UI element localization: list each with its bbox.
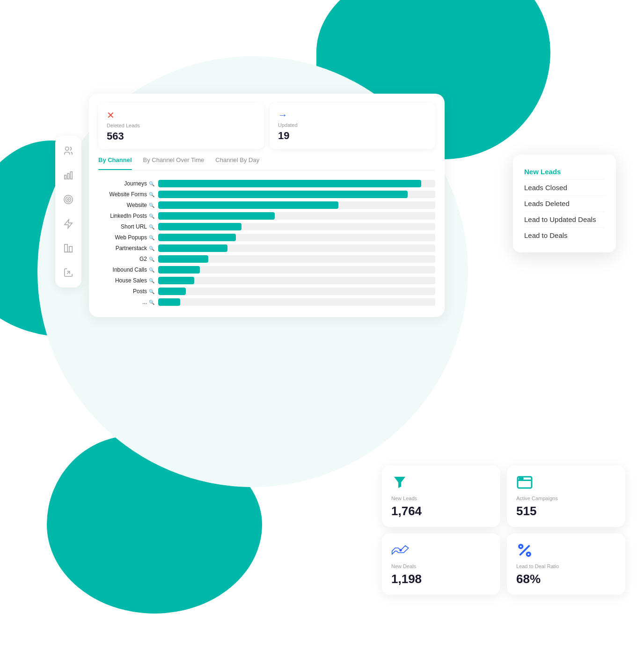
- deleted-leads-value: 563: [107, 130, 256, 142]
- bar-row: House Sales 🔍: [98, 277, 435, 284]
- bar-label: Website 🔍: [98, 202, 154, 208]
- search-icon[interactable]: 🔍: [149, 257, 154, 262]
- bar-chart: Journeys 🔍 Website Forms 🔍 Website 🔍 Lin…: [98, 178, 435, 308]
- bar-fill: [158, 191, 408, 198]
- bottom-stat-card-new-leads: New Leads 1,764: [382, 466, 500, 527]
- svg-rect-2: [67, 173, 69, 179]
- deleted-leads-label: Deleted Leads: [107, 123, 256, 128]
- search-icon[interactable]: 🔍: [149, 181, 154, 186]
- bar-fill: [158, 212, 275, 220]
- sidebar-icon-people[interactable]: [61, 143, 76, 158]
- stat-card-updated: → Updated 19: [270, 103, 435, 149]
- updated-label: Updated: [278, 122, 427, 128]
- tab-by-channel[interactable]: By Channel: [98, 156, 132, 166]
- bar-row: Journeys 🔍: [98, 180, 435, 187]
- bar-fill: [158, 255, 208, 263]
- bar-label-text: House Sales: [115, 277, 147, 284]
- bar-label: House Sales 🔍: [98, 277, 154, 284]
- svg-point-15: [400, 549, 402, 552]
- bar-label: ... 🔍: [98, 299, 154, 305]
- search-icon[interactable]: 🔍: [149, 203, 154, 208]
- bar-row: Web Popups 🔍: [98, 234, 435, 241]
- bar-label-text: ...: [142, 299, 147, 305]
- bottom-stat-card-new-deals: New Deals 1,198: [382, 533, 500, 595]
- sidebar-icon-export[interactable]: [61, 265, 76, 280]
- sidebar-icon-lightning[interactable]: [61, 216, 76, 231]
- bottom-stat-card-active-campaigns: Active Campaigns 515: [507, 466, 625, 527]
- bottom-stat-value-new-deals: 1,198: [391, 572, 491, 586]
- search-icon[interactable]: 🔍: [149, 278, 154, 283]
- svg-point-4: [64, 195, 73, 204]
- svg-rect-1: [65, 175, 66, 179]
- svg-rect-9: [69, 246, 72, 252]
- bar-fill: [158, 180, 421, 187]
- dropdown-item-leads-deleted[interactable]: Leads Deleted: [524, 196, 605, 212]
- bar-row: Posts 🔍: [98, 288, 435, 295]
- search-icon[interactable]: 🔍: [149, 224, 154, 229]
- search-icon[interactable]: 🔍: [149, 235, 154, 240]
- svg-point-17: [519, 545, 523, 548]
- bottom-stat-label-active-campaigns: Active Campaigns: [516, 496, 616, 501]
- top-stat-cards: ✕ Deleted Leads 563 → Updated 19: [98, 103, 435, 149]
- bar-fill: [158, 201, 338, 209]
- bar-label: Web Popups 🔍: [98, 234, 154, 241]
- dropdown-item-lead-to-updated-deals[interactable]: Lead to Updated Deals: [524, 212, 605, 228]
- bar-row: Short URL 🔍: [98, 223, 435, 230]
- svg-rect-3: [71, 172, 73, 179]
- bar-track: [158, 244, 435, 252]
- search-icon[interactable]: 🔍: [149, 300, 154, 305]
- bar-fill: [158, 266, 200, 274]
- bar-track: [158, 180, 435, 187]
- bar-track: [158, 223, 435, 230]
- bar-fill: [158, 288, 186, 295]
- sidebar: [55, 136, 81, 288]
- dropdown-item-lead-to-deals[interactable]: Lead to Deals: [524, 228, 605, 243]
- search-icon[interactable]: 🔍: [149, 267, 154, 273]
- tab-by-channel-over-time[interactable]: By Channel Over Time: [143, 156, 205, 166]
- browser-icon: [516, 474, 616, 491]
- bar-track: [158, 191, 435, 198]
- search-icon[interactable]: 🔍: [149, 289, 154, 294]
- bar-label-text: Website Forms: [110, 191, 147, 198]
- search-icon[interactable]: 🔍: [149, 192, 154, 197]
- bar-label-text: Inbound Calls: [113, 266, 147, 273]
- bar-track: [158, 234, 435, 241]
- search-icon[interactable]: 🔍: [149, 246, 154, 251]
- bar-row: Website Forms 🔍: [98, 191, 435, 198]
- sidebar-icon-building[interactable]: [61, 241, 76, 256]
- percent-icon: [516, 542, 616, 559]
- dropdown-item-leads-closed[interactable]: Leads Closed: [524, 180, 605, 196]
- bar-row: G2 🔍: [98, 255, 435, 263]
- svg-point-6: [67, 199, 69, 200]
- bottom-stat-label-lead-to-deal: Lead to Deal Ratio: [516, 563, 616, 569]
- tab-channel-by-day[interactable]: Channel By Day: [215, 156, 259, 166]
- bottom-stat-value-active-campaigns: 515: [516, 504, 616, 518]
- bar-fill: [158, 234, 236, 241]
- bar-label: Short URL 🔍: [98, 223, 154, 230]
- svg-marker-7: [65, 220, 73, 228]
- bar-label: G2 🔍: [98, 256, 154, 262]
- bottom-stat-label-new-deals: New Deals: [391, 563, 491, 569]
- dropdown-item-new-leads[interactable]: New Leads: [524, 164, 605, 180]
- svg-point-18: [527, 553, 531, 556]
- bar-track: [158, 288, 435, 295]
- bar-fill: [158, 298, 180, 306]
- search-icon[interactable]: 🔍: [149, 214, 154, 219]
- bar-track: [158, 212, 435, 220]
- sidebar-icon-chart[interactable]: [61, 168, 76, 183]
- bar-label-text: Website: [127, 202, 147, 208]
- bar-label-text: LinkedIn Posts: [110, 213, 147, 219]
- bar-track: [158, 298, 435, 306]
- bar-row: Website 🔍: [98, 201, 435, 209]
- bar-row: Partnerstack 🔍: [98, 244, 435, 252]
- svg-point-0: [66, 147, 69, 150]
- handshake-icon: [391, 542, 491, 559]
- bar-label-text: Posts: [133, 288, 147, 295]
- svg-line-16: [520, 546, 530, 555]
- bar-track: [158, 277, 435, 284]
- funnel-icon: [391, 474, 491, 491]
- bar-row: LinkedIn Posts 🔍: [98, 212, 435, 220]
- bar-track: [158, 266, 435, 274]
- sidebar-icon-target[interactable]: [61, 192, 76, 207]
- chart-tabs: By Channel By Channel Over Time Channel …: [98, 156, 435, 170]
